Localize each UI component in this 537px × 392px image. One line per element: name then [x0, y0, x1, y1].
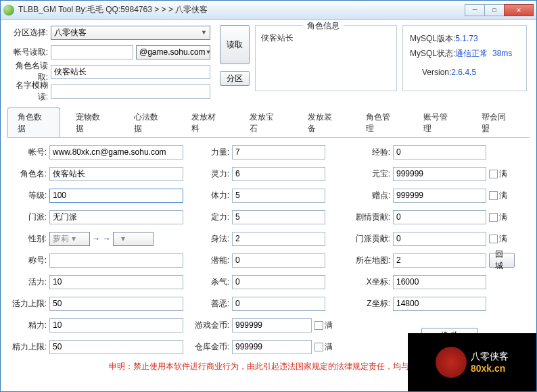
- chevron-down-icon: ▼: [201, 29, 207, 36]
- f-yuanbao[interactable]: [393, 167, 486, 181]
- f-map[interactable]: [393, 253, 486, 268]
- f-rolename[interactable]: [49, 167, 183, 181]
- f-xcoord[interactable]: [393, 275, 486, 289]
- tab-equip[interactable]: 发放装备: [298, 107, 350, 137]
- tab-guild[interactable]: 帮会同盟: [471, 107, 524, 137]
- tab-acct-mgmt[interactable]: 账号管理: [413, 107, 466, 137]
- tab-role-mgmt[interactable]: 角色管理: [356, 107, 408, 137]
- account-label: 帐号读取:: [7, 47, 51, 58]
- f-zcoord[interactable]: [393, 297, 486, 311]
- watermark-logo: [436, 347, 467, 378]
- content-area: 分区选择: 八零侠客▼ 帐号读取: @game.sohu.com▼ 角色名读取:: [1, 20, 536, 372]
- f-vigor[interactable]: [49, 275, 183, 289]
- tab-xinfa[interactable]: 心法数据: [124, 107, 177, 137]
- tab-material[interactable]: 发放材料: [181, 107, 234, 137]
- gender-to-select[interactable]: ▾: [113, 232, 154, 246]
- f-gold[interactable]: [232, 318, 312, 333]
- window-title: TLBB_GM Tool By:毛毛 QQ:5984763 > > > 八零侠客: [18, 4, 465, 16]
- f-account[interactable]: [49, 145, 183, 160]
- gold-full-check[interactable]: [314, 321, 323, 330]
- story-full-check[interactable]: [489, 213, 498, 222]
- close-button[interactable]: ✕: [504, 4, 534, 16]
- domain-select[interactable]: @game.sohu.com▼: [136, 45, 210, 59]
- gender-select[interactable]: 萝莉▾: [49, 232, 90, 246]
- bank-full-check[interactable]: [314, 343, 323, 351]
- rolename-input[interactable]: [51, 65, 210, 79]
- f-exp[interactable]: [393, 145, 486, 160]
- f-moral[interactable]: [232, 297, 325, 311]
- tab-role-data[interactable]: 角色数据: [7, 107, 60, 137]
- f-vigormax[interactable]: [49, 297, 183, 311]
- status-box: MySQL版本:5.1.73 MySQL状态:通信正常 38ms Version…: [402, 25, 527, 91]
- watermark: 八零侠客 80xk.cn: [408, 333, 536, 391]
- yuanbao-full-check[interactable]: [489, 170, 498, 178]
- tab-gem[interactable]: 发放宝石: [239, 107, 292, 137]
- app-window: TLBB_GM Tool By:毛毛 QQ:5984763 > > > 八零侠客…: [0, 0, 537, 392]
- f-energy[interactable]: [49, 318, 183, 333]
- f-level[interactable]: [49, 189, 183, 203]
- chevron-down-icon: ▼: [206, 49, 212, 55]
- f-agi[interactable]: [232, 232, 325, 246]
- window-controls: ─ ☐ ✕: [465, 4, 534, 16]
- partition-button[interactable]: 分区: [220, 71, 250, 86]
- f-title[interactable]: [49, 253, 183, 268]
- f-str[interactable]: [232, 145, 325, 160]
- f-con[interactable]: [232, 189, 325, 203]
- f-energymax[interactable]: [49, 340, 183, 354]
- guild-full-check[interactable]: [489, 235, 498, 243]
- read-button[interactable]: 读取: [220, 25, 250, 64]
- top-panel: 分区选择: 八零侠客▼ 帐号读取: @game.sohu.com▼ 角色名读取:: [7, 25, 530, 103]
- form-area: 帐号: 力量: 经验: 角色名: 灵力: 元宝:满 等级: 体力: 赠点:满 门…: [7, 138, 530, 354]
- query-panel: 分区选择: 八零侠客▼ 帐号读取: @game.sohu.com▼ 角色名读取:: [7, 25, 214, 103]
- partition-label: 分区选择:: [7, 27, 51, 39]
- watermark-url: 80xk.cn: [471, 363, 509, 374]
- action-buttons: 读取 分区: [220, 25, 250, 86]
- fuzzy-input[interactable]: [51, 84, 210, 99]
- f-story[interactable]: [393, 210, 486, 224]
- tab-bar: 角色数据 宠物数据 心法数据 发放材料 发放宝石 发放装备 角色管理 账号管理 …: [7, 107, 530, 138]
- f-spirit[interactable]: [232, 167, 325, 181]
- chevron-down-icon: ▾: [72, 234, 76, 243]
- f-menpai[interactable]: [49, 210, 183, 224]
- tab-pet-data[interactable]: 宠物数据: [66, 107, 118, 137]
- chevron-down-icon: ▾: [121, 234, 125, 243]
- app-icon: [3, 5, 14, 16]
- titlebar: TLBB_GM Tool By:毛毛 QQ:5984763 > > > 八零侠客…: [1, 1, 536, 20]
- maximize-button[interactable]: ☐: [484, 4, 505, 16]
- f-guild[interactable]: [393, 232, 486, 246]
- fuzzy-label: 名字模糊读:: [7, 80, 51, 103]
- role-info-title: 角色信息: [303, 20, 344, 32]
- f-kill[interactable]: [232, 275, 325, 289]
- f-focus[interactable]: [232, 210, 325, 224]
- f-potential[interactable]: [232, 253, 325, 268]
- watermark-name: 八零侠客: [471, 351, 509, 363]
- back-city-button[interactable]: 回城: [489, 253, 515, 268]
- gift-full-check[interactable]: [489, 191, 498, 200]
- arrow-right-icon: → →: [90, 234, 113, 243]
- account-input[interactable]: [51, 45, 133, 59]
- minimize-button[interactable]: ─: [465, 4, 485, 16]
- role-info-box: 角色信息 侠客站长: [255, 25, 397, 91]
- f-gift[interactable]: [393, 189, 486, 203]
- partition-select[interactable]: 八零侠客▼: [51, 26, 210, 40]
- f-bank[interactable]: [232, 340, 312, 354]
